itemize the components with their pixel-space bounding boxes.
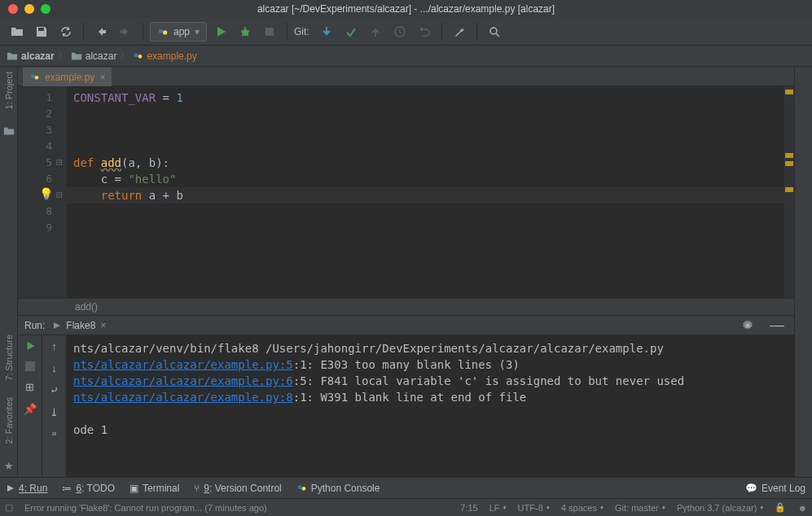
warning-marker[interactable]: [785, 90, 793, 94]
editor-scrollbar[interactable]: [784, 86, 794, 298]
structure-tool-button[interactable]: 7: Structure: [4, 335, 14, 381]
git-history-button[interactable]: [389, 21, 410, 42]
svg-point-12: [297, 485, 301, 489]
star-icon: ★: [4, 460, 14, 472]
editor-breadcrumbs[interactable]: add(): [18, 298, 794, 316]
code-area[interactable]: 💡 CONSTANT_VAR = 1 def add(a, b): c = "h…: [67, 86, 794, 298]
stop-run-button[interactable]: [25, 361, 35, 371]
project-tool-button[interactable]: 1: Project: [4, 72, 14, 109]
svg-rect-3: [266, 28, 274, 36]
svg-point-7: [138, 55, 143, 59]
event-log-button[interactable]: 💬Event Log: [745, 483, 805, 494]
zoom-window-button[interactable]: [41, 4, 50, 14]
status-bar: ▢ Error running 'Flake8': Cannot run pro…: [0, 498, 812, 516]
main-toolbar: app ▾ Git:: [0, 18, 812, 46]
git-label: Git:: [294, 26, 309, 37]
open-button[interactable]: [7, 21, 28, 42]
git-branch[interactable]: Git: master ♦: [615, 503, 665, 513]
git-pull-button[interactable]: [316, 21, 337, 42]
python-console-tab-button[interactable]: Python Console: [296, 483, 380, 494]
output-link[interactable]: nts/alcazar/alcazar/example.py:6: [73, 374, 293, 387]
stop-button[interactable]: [259, 21, 280, 42]
svg-point-1: [163, 30, 167, 34]
svg-rect-11: [25, 361, 35, 371]
pin-button[interactable]: 📌: [24, 403, 37, 415]
output-link[interactable]: nts/alcazar/alcazar/example.py:8: [73, 391, 293, 404]
breadcrumb-item[interactable]: example.py: [133, 50, 196, 62]
python-interpreter[interactable]: Python 3.7 (alcazar) ♦: [677, 503, 764, 513]
up-button[interactable]: ↑: [51, 340, 57, 352]
down-button[interactable]: ↓: [51, 362, 57, 374]
favorites-tool-button[interactable]: 2: Favorites: [4, 397, 14, 444]
build-button[interactable]: [449, 21, 470, 42]
layout-button[interactable]: ⊞: [25, 381, 34, 393]
ide-mascot-icon[interactable]: ☻: [797, 503, 807, 513]
line-separator[interactable]: LF ♦: [489, 503, 507, 513]
warning-marker[interactable]: [785, 153, 793, 158]
breadcrumb-item[interactable]: alcazar 〉: [7, 49, 68, 63]
indent-setting[interactable]: 4 spaces ♦: [561, 503, 604, 513]
fold-icon[interactable]: ⊟: [54, 155, 65, 171]
right-tool-stripe: [794, 67, 812, 477]
status-message[interactable]: Error running 'Flake8': Cannot run progr…: [24, 503, 267, 513]
lock-icon[interactable]: 🔒: [775, 502, 786, 513]
breadcrumb: alcazar 〉 alcazar 〉 example.py: [0, 46, 812, 67]
svg-point-8: [31, 74, 35, 78]
vcs-tab-button[interactable]: ⑂9: Version Control: [194, 483, 281, 494]
run-task-tab[interactable]: Flake8 ×: [53, 320, 106, 331]
scroll-end-button[interactable]: ⤓: [50, 406, 59, 418]
close-run-tab-button[interactable]: ×: [100, 320, 106, 331]
play-icon: [53, 321, 61, 330]
svg-point-6: [134, 53, 138, 57]
bottom-tool-buttons: 4: Run ≔6: TODO ▣Terminal ⑂9: Version Co…: [0, 477, 812, 498]
project-icon: [3, 125, 15, 137]
python-file-icon: [29, 72, 40, 82]
back-button[interactable]: [90, 21, 112, 42]
editor-tab[interactable]: example.py ×: [23, 68, 112, 86]
editor-tabs: example.py ×: [18, 67, 794, 86]
svg-point-13: [301, 487, 305, 491]
run-tool-window: Run: Flake8 × — ⊞ 📌 ↑: [18, 316, 794, 477]
debug-button[interactable]: [235, 21, 256, 42]
intention-bulb-icon[interactable]: 💡: [39, 186, 53, 202]
output-link[interactable]: nts/alcazar/alcazar/example.py:5: [73, 358, 293, 371]
search-button[interactable]: [484, 21, 505, 42]
svg-point-0: [159, 28, 163, 33]
close-window-button[interactable]: [8, 4, 18, 14]
tool-windows-button[interactable]: ▢: [5, 502, 13, 513]
run-button[interactable]: [210, 21, 231, 42]
svg-point-9: [35, 76, 39, 80]
todo-tab-button[interactable]: ≔6: TODO: [62, 483, 115, 494]
terminal-tab-button[interactable]: ▣Terminal: [129, 483, 179, 494]
save-button[interactable]: [31, 21, 52, 42]
minimize-panel-button[interactable]: —: [766, 315, 788, 336]
file-encoding[interactable]: UTF-8 ♦: [518, 503, 550, 513]
more-button[interactable]: »: [51, 428, 56, 438]
code-editor[interactable]: 123456789 ⊟ ⊟ 💡 CONSTANT_VAR = 1 def add…: [18, 86, 794, 298]
svg-point-5: [490, 28, 497, 34]
close-tab-button[interactable]: ×: [99, 72, 105, 83]
warning-marker[interactable]: [785, 161, 793, 166]
rerun-button[interactable]: [24, 340, 36, 352]
run-tab-button[interactable]: 4: Run: [7, 483, 47, 494]
minimize-window-button[interactable]: [24, 4, 34, 14]
git-commit-button[interactable]: [340, 21, 362, 42]
run-configuration-selector[interactable]: app ▾: [150, 22, 207, 42]
breadcrumb-item[interactable]: alcazar 〉: [71, 49, 130, 63]
sync-button[interactable]: [55, 21, 77, 42]
run-panel-label: Run:: [24, 320, 45, 331]
run-output[interactable]: nts/alcazar/venv/bin/flake8 /Users/jahon…: [67, 335, 794, 477]
run-settings-button[interactable]: [737, 315, 758, 336]
cursor-position[interactable]: 7:15: [460, 503, 477, 513]
forward-button[interactable]: [115, 21, 136, 42]
soft-wrap-button[interactable]: ⤶: [50, 384, 59, 396]
git-push-button[interactable]: [365, 21, 386, 42]
window-title: alcazar [~/DevExperiments/alcazar] - ...…: [0, 3, 812, 15]
left-tool-stripe: 1: Project 7: Structure 2: Favorites ★: [0, 67, 18, 477]
git-revert-button[interactable]: [414, 21, 435, 42]
fold-end-icon[interactable]: ⊟: [54, 187, 65, 203]
warning-marker[interactable]: [785, 187, 793, 192]
run-config-name: app: [173, 26, 190, 37]
